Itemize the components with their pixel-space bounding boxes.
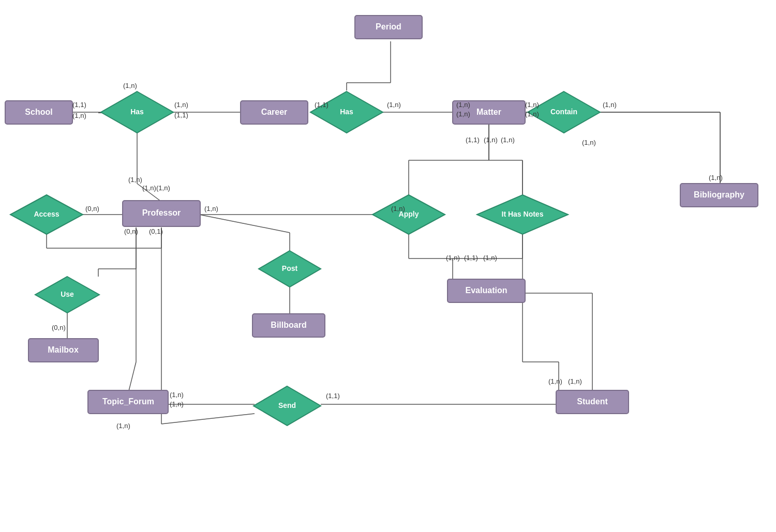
relation-it-has-notes-label: It Has Notes [502, 210, 544, 218]
card-prof-apply: (1,n) [204, 205, 218, 212]
entity-career: Career [241, 101, 308, 124]
card-matter-right-1: (1,n) [525, 101, 539, 109]
card-matter-bot-1: (1,1) [466, 136, 480, 144]
card-career-has2: (1,1) [315, 101, 329, 109]
relation-use-label: Use [61, 290, 74, 298]
card-bib-top: (1,n) [709, 174, 723, 181]
card-has1-prof-2: (1,n) [142, 184, 156, 192]
card-student-top-2: (1,n) [568, 377, 582, 385]
entity-evaluation: Evaluation [447, 279, 525, 302]
card-use-mailbox: (0,n) [52, 324, 66, 331]
entity-student-label: Student [577, 397, 608, 406]
card-has2-matter: (1,n) [387, 101, 401, 109]
entity-bibliography-label: Bibliography [694, 190, 744, 199]
entity-career-label: Career [261, 108, 288, 116]
relation-post-label: Post [282, 264, 298, 272]
card-topic-send-1: (1,n) [170, 391, 184, 399]
card-eval-2: (1,1) [464, 254, 478, 262]
entity-topic-forum: Topic_Forum [88, 390, 168, 414]
card-matter-right-2: (1,n) [525, 110, 539, 118]
card-school-has1-bot: (1,n) [72, 112, 86, 119]
relation-send-label: Send [278, 401, 296, 409]
relation-has2-label: Has [340, 108, 353, 116]
relation-contain-label: Contain [550, 108, 577, 116]
entity-school: School [5, 101, 72, 124]
card-send-student: (1,1) [326, 392, 340, 400]
entity-mailbox: Mailbox [28, 339, 98, 362]
card-access-prof: (0,n) [85, 205, 99, 212]
entity-student: Student [556, 390, 629, 414]
card-matter-bot-3: (1,n) [501, 136, 515, 144]
entity-school-label: School [25, 108, 52, 116]
entity-professor-label: Professor [142, 208, 181, 217]
entity-topic-forum-label: Topic_Forum [102, 397, 154, 406]
card-apply-eval: (1,n) [391, 205, 405, 212]
card-eval-1: (1,n) [446, 254, 460, 262]
entity-professor: Professor [123, 201, 200, 226]
svg-rect-0 [0, 0, 776, 532]
card-topic-send-2: (1,n) [170, 400, 184, 408]
card-has1-top: (1,n) [123, 82, 137, 89]
entity-matter-label: Matter [476, 108, 501, 116]
card-prof-access-2: (0,1) [149, 227, 163, 235]
card-has1-prof-3: (1,n) [156, 184, 170, 192]
relation-has1-label: Has [130, 108, 144, 116]
card-has1-prof-1: (1,n) [128, 176, 142, 184]
card-matter-bot-2: (1,n) [484, 136, 498, 144]
card-matter-left-1: (1,n) [456, 101, 470, 109]
entity-billboard: Billboard [252, 314, 325, 337]
card-contain-bottom: (1,n) [582, 139, 596, 146]
card-topic-bottom: (1,n) [116, 422, 130, 430]
card-matter-left-2: (1,n) [456, 110, 470, 118]
card-school-has1-top: (1,1) [72, 101, 86, 109]
entity-bibliography: Bibliography [680, 184, 758, 207]
entity-billboard-label: Billboard [271, 321, 306, 329]
entity-period-label: Period [376, 22, 401, 31]
card-has1-career-bot: (1,1) [174, 111, 188, 119]
card-prof-access-1: (0,n) [124, 227, 138, 235]
entity-period: Period [355, 16, 422, 39]
card-eval-3: (1,n) [483, 254, 497, 262]
relation-access-label: Access [34, 210, 59, 218]
entity-mailbox-label: Mailbox [48, 345, 79, 354]
card-has1-career-top: (1,n) [174, 101, 188, 109]
card-contain-bib: (1,n) [603, 101, 617, 109]
entity-evaluation-label: Evaluation [466, 286, 508, 295]
card-student-top-1: (1,n) [548, 377, 562, 385]
